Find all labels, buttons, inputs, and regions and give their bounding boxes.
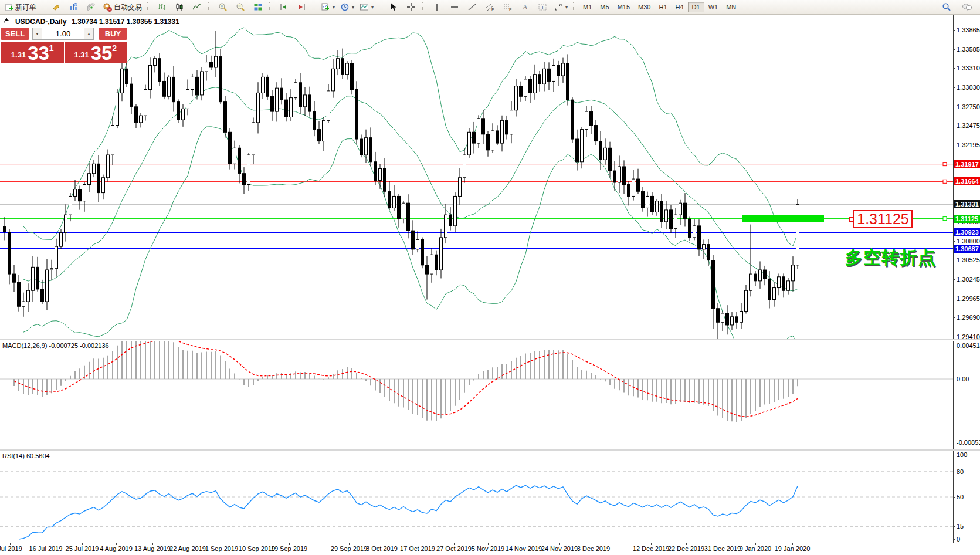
timeframe-group: M1M5M15M30H1H4D1W1MN	[579, 2, 740, 12]
price-marker-1.31664[interactable]: 1.31664	[954, 177, 980, 185]
new-order-button[interactable]: 新订单	[2, 1, 39, 14]
price-axis-tickmark	[953, 87, 955, 88]
macd-histogram	[14, 340, 798, 422]
main-price-pane	[0, 15, 980, 339]
line-anchors[interactable]	[742, 163, 947, 222]
macd-axis-label: 0.004514	[957, 342, 980, 349]
candlestick-mode-button[interactable]	[171, 1, 188, 14]
macd-axis-label: 0.00	[957, 375, 969, 383]
new-order-icon	[5, 3, 13, 12]
timeframe-button-h1[interactable]: H1	[655, 2, 671, 12]
sell-price-box[interactable]: 1.31 33 1	[1, 42, 64, 63]
cursor-tool-button[interactable]	[385, 1, 402, 14]
timeframe-button-h4[interactable]: H4	[672, 2, 688, 12]
auto-trading-button[interactable]: 自动交易	[100, 1, 144, 14]
price-axis-tickmark	[953, 260, 955, 260]
signals-button[interactable]	[83, 1, 100, 14]
trendline-icon	[467, 2, 477, 12]
templates-button[interactable]: ▾	[357, 1, 376, 14]
timeframe-button-mn[interactable]: MN	[722, 2, 740, 12]
timeframe-button-m15[interactable]: M15	[613, 2, 634, 12]
buy-price-box[interactable]: 1.31 35 2	[65, 42, 127, 63]
turning-point-annotation[interactable]: 多空转折点	[845, 246, 936, 270]
channel-tool-button[interactable]: E	[481, 1, 498, 14]
volume-increase-button[interactable]: ▲	[84, 28, 93, 39]
price-marker-1.31331[interactable]: 1.31331	[954, 200, 980, 208]
dropdown-arrow-icon: ▾	[371, 5, 374, 10]
cursor-icon	[389, 2, 398, 12]
indicators-button[interactable]: ▾	[318, 1, 337, 14]
toolbar-separator	[147, 2, 150, 12]
price-tag-anchor[interactable]	[849, 217, 854, 222]
toolbar-right	[938, 1, 978, 14]
sell-button[interactable]: SELL	[1, 28, 29, 40]
periods-button[interactable]: ▾	[338, 1, 357, 14]
price-axis-tick: 1.33585	[957, 46, 980, 53]
text-label-tool-button[interactable]: T	[534, 1, 551, 14]
zoom-out-icon	[236, 2, 245, 12]
vertical-line-tool-button[interactable]	[428, 1, 445, 14]
macd-axis-label: -0.008533	[957, 439, 980, 446]
buy-button[interactable]: BUY	[99, 28, 127, 40]
chat-button[interactable]	[958, 1, 975, 14]
price-axis-tick: 1.30245	[957, 276, 980, 283]
timeframe-button-w1[interactable]: W1	[704, 2, 723, 12]
arrows-tool-button[interactable]: ▾	[551, 1, 570, 14]
price-axis-tickmark	[953, 49, 955, 50]
fibonacci-icon: F	[503, 2, 512, 12]
price-marker-1.30687[interactable]: 1.30687	[954, 245, 980, 253]
rsi-axis-label: 0	[957, 536, 960, 543]
horizontal-line-tool-button[interactable]	[446, 1, 463, 14]
svg-text:E: E	[491, 8, 494, 12]
one-click-trading-panel: SELL ▼ ▲ BUY 1.31 33 1 1.31 35 2	[1, 28, 127, 63]
chart-symbol-icon	[3, 17, 10, 26]
auto-scroll-button[interactable]	[275, 1, 292, 14]
timeframe-button-d1[interactable]: D1	[688, 2, 704, 12]
zoom-in-icon	[218, 2, 228, 12]
macd-pane	[0, 340, 980, 449]
chart-shift-button[interactable]	[293, 1, 310, 14]
price-marker-1.30923[interactable]: 1.30923	[954, 228, 980, 236]
line-chart-mode-button[interactable]	[188, 1, 205, 14]
rsi-axis-label: 15	[957, 523, 964, 530]
bar-chart-icon	[157, 2, 167, 12]
volume-decrease-button[interactable]: ▼	[33, 28, 42, 39]
bar-chart-mode-button[interactable]	[153, 1, 170, 14]
price-marker-1.31917[interactable]: 1.31917	[954, 160, 980, 168]
volume-stepper: ▼ ▲	[32, 28, 94, 40]
rsi-level-lines	[0, 472, 953, 527]
horizontal-level-lines[interactable]	[0, 164, 953, 249]
price-axis-tickmark	[953, 317, 955, 318]
timeframe-button-m30[interactable]: M30	[634, 2, 655, 12]
zoom-out-button[interactable]	[232, 1, 249, 14]
zoom-in-button[interactable]	[214, 1, 231, 14]
fibonacci-tool-button[interactable]: F	[499, 1, 516, 14]
buy-price-point: 2	[112, 43, 117, 53]
price-level-callout[interactable]: 1.31125	[853, 210, 913, 228]
price-axis-tickmark	[953, 337, 955, 337]
text-tool-button[interactable]: A	[516, 1, 533, 14]
data-window-button[interactable]	[65, 1, 82, 14]
crosshair-tool-button[interactable]	[402, 1, 419, 14]
pane-separator[interactable]	[0, 449, 980, 451]
market-watch-button[interactable]	[48, 1, 65, 14]
trendline-tool-button[interactable]	[463, 1, 480, 14]
rsi-indicator-label: RSI(14) 60.5604	[2, 452, 50, 459]
toolbar-separator	[269, 2, 272, 12]
auto-trading-label: 自动交易	[114, 2, 142, 12]
timeframe-button-m1[interactable]: M1	[579, 2, 596, 12]
price-axis-tickmark	[953, 126, 955, 126]
search-button[interactable]	[938, 1, 955, 14]
price-axis-tickmark	[953, 68, 955, 69]
pane-separator[interactable]	[0, 339, 980, 341]
tile-windows-button[interactable]	[249, 1, 266, 14]
timeframe-button-m5[interactable]: M5	[596, 2, 613, 12]
time-axis-label: 19 Sep 2019	[261, 545, 317, 552]
trade-panel-controls: SELL ▼ ▲ BUY	[1, 28, 127, 40]
chart-shift-icon	[297, 2, 306, 12]
rsi-axis-tickmark	[953, 539, 955, 540]
rsi-axis-label: 80	[957, 468, 964, 475]
sell-price-point: 1	[49, 43, 54, 53]
price-marker-1.31125[interactable]: 1.31125	[954, 215, 980, 223]
volume-input[interactable]	[42, 28, 84, 39]
